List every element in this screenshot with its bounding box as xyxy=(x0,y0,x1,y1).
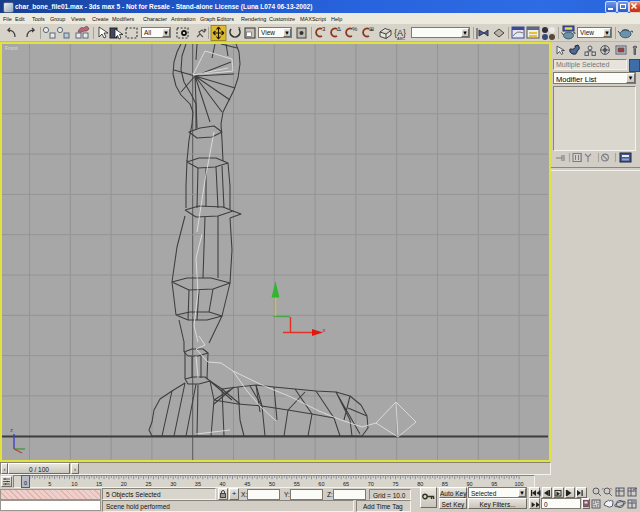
svg-text:65: 65 xyxy=(343,481,349,487)
svg-text:ABC: ABC xyxy=(397,36,405,41)
svg-text:∆: ∆ xyxy=(337,26,341,32)
svg-text:25: 25 xyxy=(145,481,151,487)
svg-text:50: 50 xyxy=(269,481,275,487)
svg-text:70: 70 xyxy=(368,481,374,487)
svg-text:75: 75 xyxy=(392,481,398,487)
svg-text:⊞: ⊞ xyxy=(369,26,374,32)
svg-text:z: z xyxy=(10,427,13,433)
svg-text:10: 10 xyxy=(71,481,77,487)
svg-text:5: 5 xyxy=(48,481,51,487)
svg-text:45: 45 xyxy=(244,481,250,487)
svg-text:%: % xyxy=(352,26,358,32)
svg-text:x: x xyxy=(323,327,326,333)
svg-text:35: 35 xyxy=(195,481,201,487)
svg-text:Front: Front xyxy=(5,45,18,51)
svg-text:60: 60 xyxy=(318,481,324,487)
svg-text:20: 20 xyxy=(121,481,127,487)
svg-text:15: 15 xyxy=(96,481,102,487)
svg-text:3: 3 xyxy=(322,26,326,32)
svg-text:30: 30 xyxy=(170,481,176,487)
svg-text:40: 40 xyxy=(220,481,226,487)
svg-text:55: 55 xyxy=(294,481,300,487)
